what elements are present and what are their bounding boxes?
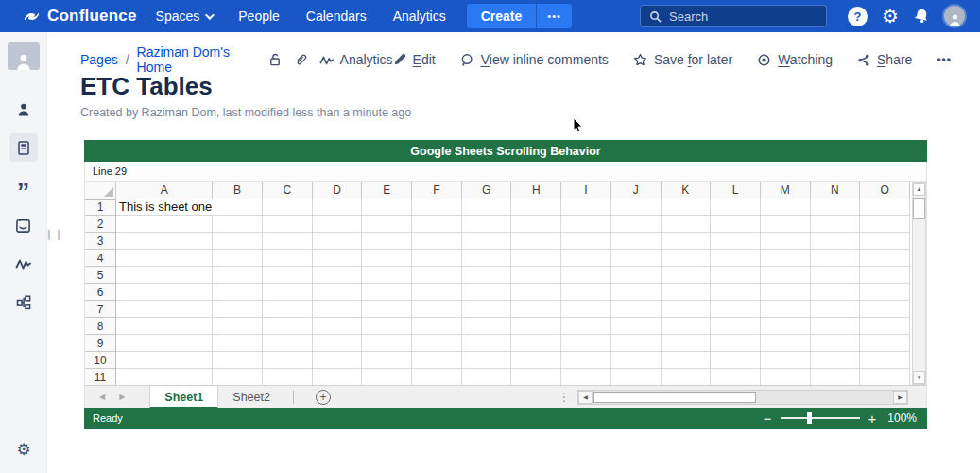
- tab-scroll-left-icon[interactable]: ◀: [99, 393, 105, 401]
- cell[interactable]: [313, 352, 363, 369]
- save-for-later-button[interactable]: Save for later: [633, 52, 732, 67]
- breadcrumb-pages-link[interactable]: Pages: [80, 52, 118, 67]
- cell[interactable]: [362, 318, 412, 335]
- cell[interactable]: [263, 284, 313, 301]
- cell[interactable]: [561, 267, 611, 284]
- cell[interactable]: [811, 250, 861, 267]
- scroll-down-button[interactable]: ▼: [913, 371, 925, 384]
- cell[interactable]: [611, 335, 662, 352]
- page-more-button[interactable]: •••: [937, 53, 952, 66]
- cell[interactable]: [462, 233, 512, 250]
- cell[interactable]: [511, 284, 561, 301]
- cell[interactable]: [811, 318, 861, 335]
- settings-gear-icon[interactable]: ⚙: [882, 7, 899, 26]
- row-header[interactable]: 10: [85, 352, 116, 369]
- cell[interactable]: [811, 199, 861, 216]
- cell[interactable]: [511, 199, 561, 216]
- sidebar-people-icon[interactable]: [9, 96, 38, 124]
- cell[interactable]: [412, 233, 462, 250]
- cell[interactable]: [711, 216, 761, 233]
- cell[interactable]: [662, 216, 712, 233]
- cell[interactable]: [561, 301, 611, 318]
- cell[interactable]: [412, 250, 462, 267]
- user-avatar[interactable]: [944, 6, 965, 26]
- column-header[interactable]: E: [362, 182, 412, 200]
- zoom-in-button[interactable]: +: [868, 412, 877, 426]
- column-header[interactable]: L: [711, 182, 761, 200]
- row-header[interactable]: 1: [85, 199, 116, 216]
- cell[interactable]: [662, 352, 712, 369]
- vertical-scrollbar[interactable]: ▲ ▼: [912, 182, 926, 385]
- column-header[interactable]: D: [313, 182, 363, 200]
- cell[interactable]: [313, 369, 363, 385]
- cell[interactable]: [611, 267, 662, 284]
- cell[interactable]: [263, 352, 313, 369]
- cell[interactable]: [761, 216, 811, 233]
- cell[interactable]: [313, 318, 363, 335]
- tab-sheet2[interactable]: Sheet2: [218, 386, 284, 409]
- cell[interactable]: [362, 369, 412, 385]
- space-avatar[interactable]: [8, 42, 40, 70]
- cell[interactable]: [263, 301, 313, 318]
- cell[interactable]: [860, 335, 910, 352]
- space-settings-gear-icon[interactable]: ⚙: [0, 440, 47, 460]
- scroll-left-button[interactable]: ◀: [578, 391, 593, 404]
- cell[interactable]: [811, 267, 861, 284]
- cell[interactable]: [511, 369, 561, 385]
- cell[interactable]: [412, 267, 462, 284]
- cell[interactable]: [860, 250, 910, 267]
- cell[interactable]: [811, 369, 861, 385]
- cell[interactable]: [462, 199, 512, 216]
- cell[interactable]: [662, 233, 712, 250]
- cell[interactable]: [213, 267, 263, 284]
- column-header[interactable]: C: [263, 182, 313, 200]
- cell[interactable]: [462, 216, 512, 233]
- column-header[interactable]: N: [811, 182, 861, 200]
- cell[interactable]: [711, 318, 761, 335]
- cell[interactable]: [711, 199, 761, 216]
- cell[interactable]: [213, 199, 263, 216]
- sidebar-resize-handle[interactable]: ❙❙: [44, 228, 63, 240]
- cell[interactable]: [860, 216, 910, 233]
- cell[interactable]: [213, 369, 263, 385]
- cell[interactable]: [412, 318, 462, 335]
- cell[interactable]: [412, 199, 462, 216]
- cell[interactable]: [860, 199, 910, 216]
- cell[interactable]: [611, 301, 662, 318]
- scroll-right-button[interactable]: ▶: [893, 391, 907, 404]
- sidebar-page-tree-icon[interactable]: [9, 289, 38, 317]
- cell[interactable]: [662, 284, 712, 301]
- column-header[interactable]: G: [462, 182, 512, 200]
- nav-calendars[interactable]: Calendars: [306, 9, 367, 24]
- cell[interactable]: [711, 284, 761, 301]
- cell[interactable]: [611, 352, 662, 369]
- cell[interactable]: [313, 284, 363, 301]
- cell[interactable]: [761, 352, 811, 369]
- horizontal-scrollbar[interactable]: ◀ ▶: [577, 390, 908, 405]
- column-header[interactable]: O: [860, 182, 910, 200]
- cell[interactable]: [412, 216, 462, 233]
- cell[interactable]: [313, 250, 363, 267]
- cell[interactable]: [761, 267, 811, 284]
- cell[interactable]: [611, 199, 662, 216]
- cell[interactable]: [462, 352, 512, 369]
- cell[interactable]: [711, 250, 761, 267]
- cell[interactable]: [561, 250, 611, 267]
- cell[interactable]: [263, 233, 313, 250]
- horizontal-scrollbar-thumb[interactable]: [593, 392, 756, 403]
- cell[interactable]: [662, 267, 712, 284]
- cell[interactable]: [263, 199, 313, 216]
- column-header[interactable]: A: [116, 182, 213, 200]
- cell[interactable]: [362, 216, 412, 233]
- cell[interactable]: [860, 284, 910, 301]
- attachments-paperclip-icon[interactable]: [294, 52, 308, 67]
- cell[interactable]: [511, 335, 561, 352]
- cell[interactable]: [811, 233, 861, 250]
- cell[interactable]: [761, 284, 811, 301]
- cell[interactable]: [511, 267, 561, 284]
- cell[interactable]: [561, 335, 611, 352]
- zoom-slider-thumb[interactable]: [807, 412, 812, 424]
- cell[interactable]: [611, 216, 662, 233]
- cell[interactable]: [313, 216, 363, 233]
- row-header[interactable]: 11: [85, 369, 116, 385]
